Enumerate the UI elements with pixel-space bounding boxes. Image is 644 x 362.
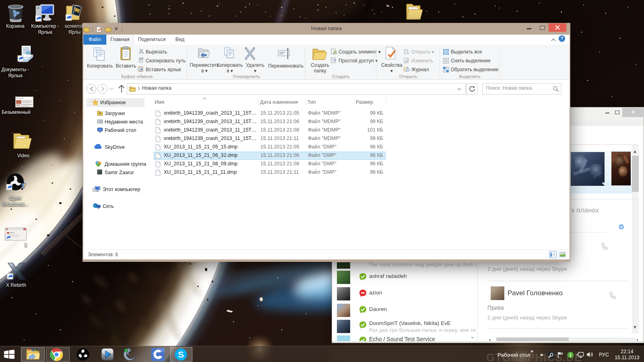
svg-text:S: S (178, 350, 184, 360)
